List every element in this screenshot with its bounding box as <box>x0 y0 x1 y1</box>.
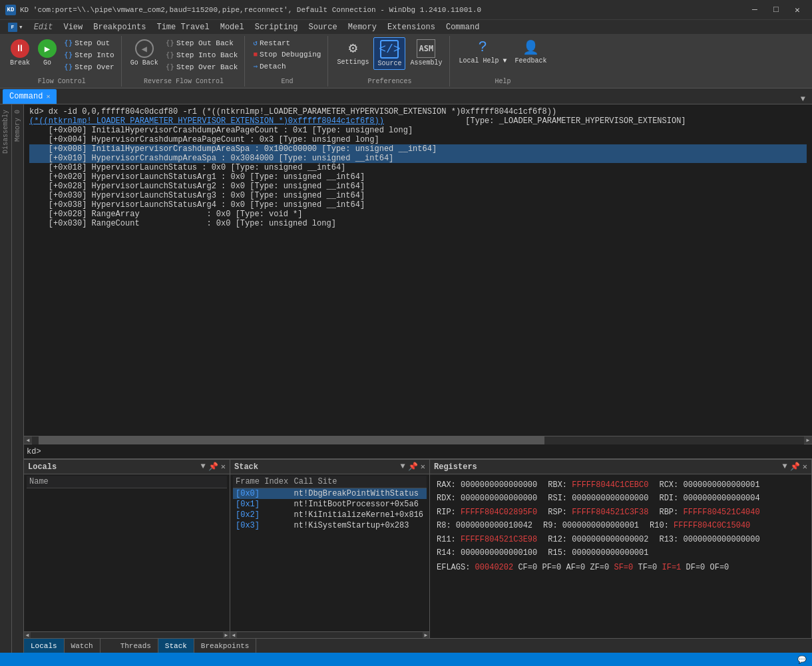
settings-label: Settings <box>337 59 369 66</box>
register-line: R8: 0000000000010042R9: 0000000000000001… <box>437 519 805 532</box>
command-tab[interactable]: Command ✕ <box>3 89 57 104</box>
feedback-button[interactable]: 👤 Feedback <box>511 37 550 67</box>
break-button[interactable]: ⏸ Break <box>7 37 33 69</box>
bottom-panels: Locals ▼ 📌 ✕ Name <box>24 458 812 638</box>
stop-debugging-button[interactable]: ■ Stop Debugging <box>250 49 323 60</box>
stack-hscroll-track[interactable] <box>237 632 423 638</box>
stack-frame-index[interactable]: [0x2] <box>233 510 292 520</box>
menu-breakpoints[interactable]: Breakpoints <box>88 20 151 35</box>
tab-threads[interactable]: Threads <box>114 639 158 653</box>
close-button[interactable]: ✕ <box>788 3 807 17</box>
menu-view[interactable]: View <box>58 20 88 35</box>
memory-sidebar-label[interactable]: Memory 0 <box>14 110 21 142</box>
step-over-back-button[interactable]: {} Step Over Back <box>163 61 241 73</box>
disassembly-sidebar-label[interactable]: Disassembly <box>2 110 9 154</box>
menu-extensions[interactable]: Extensions <box>382 20 441 35</box>
command-tab-close[interactable]: ✕ <box>46 92 50 100</box>
menu-file[interactable]: F ▾ <box>3 20 29 35</box>
assembly-button[interactable]: ASM Assembly <box>407 37 445 69</box>
break-icon: ⏸ <box>11 39 29 58</box>
registers-content: RAX: 0000000000000000RBX: FFFFF8044C1CEB… <box>433 476 809 578</box>
tab-stack[interactable]: Stack <box>158 639 194 653</box>
go-back-button[interactable]: ◀ Go Back <box>127 37 162 69</box>
menu-model[interactable]: Model <box>215 20 250 35</box>
content-area: Command ✕ ▼ Disassembly Memory 0 kd> dx … <box>0 88 812 653</box>
chat-icon[interactable]: 💬 <box>797 655 807 664</box>
menu-edit[interactable]: Edit <box>29 20 59 35</box>
settings-button[interactable]: ⚙ Settings <box>333 37 372 68</box>
stack-frame-index[interactable]: [0x1] <box>233 499 292 510</box>
stack-close-icon[interactable]: ✕ <box>421 462 425 472</box>
registers-close-icon[interactable]: ✕ <box>803 462 807 472</box>
locals-hscroll-track[interactable] <box>31 632 223 638</box>
step-over-back-icon: {} <box>166 63 174 71</box>
register-entry: RAX: 0000000000000000 <box>437 478 537 492</box>
register-entry: RDI: 0000000000000004 <box>659 492 759 505</box>
stack-call-site: nt!DbgBreakPointWithStatus <box>292 488 427 500</box>
scroll-left-button[interactable]: ◀ <box>24 436 32 444</box>
scroll-right-button[interactable]: ▶ <box>804 436 812 444</box>
menu-source[interactable]: Source <box>304 20 343 35</box>
locals-scroll-left[interactable]: ◀ <box>24 632 31 638</box>
local-help-button[interactable]: ? Local Help ▼ <box>455 37 510 67</box>
registers-dropdown-icon[interactable]: ▼ <box>783 462 787 472</box>
minimize-button[interactable]: — <box>745 3 764 17</box>
stack-row[interactable]: [0x0]nt!DbgBreakPointWithStatus <box>233 488 427 500</box>
stack-row[interactable]: [0x3]nt!KiSystemStartup+0x283 <box>233 520 427 531</box>
source-button[interactable]: </> Source <box>373 37 405 70</box>
step-over-back-label: Step Over Back <box>176 63 238 71</box>
register-entry: R9: 0000000000000001 <box>543 519 639 532</box>
titlebar-title: KD 'com:port=\\.\pipe\vmware_com2,baud=1… <box>20 6 481 14</box>
tab-dropdown-icon[interactable]: ▼ <box>797 94 809 104</box>
status-bar: 💬 <box>0 653 812 666</box>
menu-memory[interactable]: Memory <box>343 20 382 35</box>
stack-pin-icon[interactable]: 📌 <box>408 462 418 472</box>
command-prompt-label: kd> <box>27 447 41 456</box>
registers-pin-icon[interactable]: 📌 <box>790 462 800 472</box>
stack-scroll-left[interactable]: ◀ <box>230 632 237 638</box>
stack-scroll-right[interactable]: ▶ <box>423 632 429 638</box>
horizontal-scrollbar[interactable]: ◀ ▶ <box>24 436 812 444</box>
ribbon-content: ⏸ Break ▶ Go {} Step Out <box>0 35 812 88</box>
tab-breakpoints[interactable]: Breakpoints <box>194 639 257 653</box>
scroll-thumb[interactable] <box>39 436 544 444</box>
locals-close-icon[interactable]: ✕ <box>221 462 226 472</box>
preferences-content: ⚙ Settings </> Source ASM Assembly <box>333 37 445 77</box>
locals-pin-icon[interactable]: 📌 <box>208 462 218 472</box>
detach-button[interactable]: ⇒ Detach <box>250 61 323 72</box>
memory-sidebar: Memory 0 <box>12 104 24 653</box>
command-input[interactable] <box>44 447 809 456</box>
feedback-label: Feedback <box>514 57 546 65</box>
stack-row[interactable]: [0x1]nt!InitBootProcessor+0x5a6 <box>233 499 427 510</box>
step-out-back-button[interactable]: {} Step Out Back <box>163 37 241 49</box>
command-output-scroll[interactable]: kd> dx -id 0,0,fffff804c0dcdf80 -r1 (*((… <box>24 104 812 436</box>
flow-control-content: ⏸ Break ▶ Go {} Step Out <box>7 37 117 77</box>
menu-command[interactable]: Command <box>441 20 485 35</box>
break-label: Break <box>10 59 30 67</box>
menu-scripting[interactable]: Scripting <box>250 20 304 35</box>
stack-row[interactable]: [0x2]nt!KiInitializeKernel+0x816 <box>233 510 427 520</box>
register-entry: R15: 0000000000000001 <box>548 546 648 560</box>
step-into-back-button[interactable]: {} Step Into Back <box>163 49 241 61</box>
restart-button[interactable]: ↺ Restart <box>250 37 323 49</box>
menubar: F ▾ Edit View Breakpoints Time Travel Mo… <box>0 20 812 35</box>
step-out-button[interactable]: {} Step Out <box>61 37 117 49</box>
settings-icon: ⚙ <box>349 39 357 57</box>
scroll-track[interactable] <box>32 436 804 444</box>
stack-dropdown-icon[interactable]: ▼ <box>401 462 405 472</box>
go-button[interactable]: ▶ Go <box>35 37 60 69</box>
tab-watch[interactable]: Watch <box>65 639 101 653</box>
step-over-button[interactable]: {} Step Over <box>61 61 117 73</box>
maximize-button[interactable]: □ <box>767 3 785 17</box>
menu-time-travel[interactable]: Time Travel <box>151 20 214 35</box>
cmd-link-1[interactable]: (*((ntkrnlmp!_LOADER_PARAMETER_HYPERVISO… <box>29 116 384 126</box>
stack-frame-index[interactable]: [0x0] <box>233 488 292 500</box>
cmd-line-3: [+0x000] InitialHypervisorCrashdumpAreaP… <box>29 126 807 135</box>
tab-locals[interactable]: Locals <box>24 639 65 653</box>
locals-panel: Locals ▼ 📌 ✕ Name <box>24 460 230 638</box>
locals-scroll-right[interactable]: ▶ <box>223 632 230 638</box>
step-into-button[interactable]: {} Step Into <box>61 49 117 61</box>
stack-frame-index[interactable]: [0x3] <box>233 520 292 531</box>
locals-dropdown-icon[interactable]: ▼ <box>201 462 206 472</box>
register-line: R11: FFFFF804521C3E98R12: 00000000000000… <box>437 533 805 546</box>
